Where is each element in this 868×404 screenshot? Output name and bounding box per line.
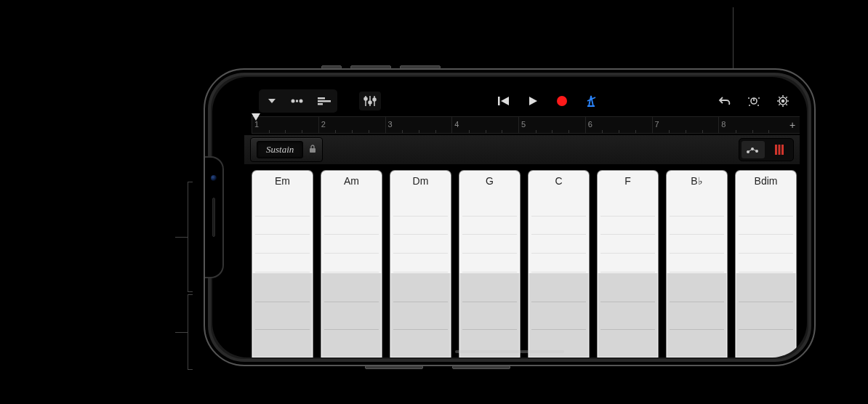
chord-label: Bdim xyxy=(736,175,796,187)
front-camera xyxy=(211,175,217,181)
svg-rect-37 xyxy=(775,145,777,155)
svg-line-27 xyxy=(779,97,779,97)
mixer-button[interactable] xyxy=(359,92,381,110)
chord-strip[interactable]: B♭ xyxy=(666,170,728,357)
svg-rect-31 xyxy=(310,148,316,153)
svg-line-28 xyxy=(786,104,787,105)
undo-button[interactable] xyxy=(714,92,736,110)
playhead-icon[interactable] xyxy=(252,113,260,121)
tracks-view-button[interactable] xyxy=(287,92,309,110)
earpiece-speaker xyxy=(212,198,215,237)
sustain-control[interactable]: Sustain xyxy=(250,137,323,162)
go-to-beginning-button[interactable] xyxy=(493,92,515,110)
instrument-control-strip: Sustain xyxy=(244,135,800,164)
play-button[interactable] xyxy=(522,92,544,110)
ruler-bar[interactable] xyxy=(652,117,719,133)
lock-icon xyxy=(309,145,316,155)
chord-strip[interactable]: Em xyxy=(252,170,313,357)
ruler-bar[interactable] xyxy=(718,117,785,133)
svg-point-22 xyxy=(782,100,784,102)
ruler-bar[interactable] xyxy=(585,117,652,133)
metronome-button[interactable] xyxy=(580,92,602,110)
chord-label: B♭ xyxy=(667,175,727,187)
browser-button[interactable] xyxy=(261,92,283,110)
svg-rect-1 xyxy=(296,100,298,102)
device-mute-switch xyxy=(321,65,342,69)
callout-bracket-upper xyxy=(188,182,192,292)
svg-point-13 xyxy=(557,96,567,106)
device-notch xyxy=(205,156,224,278)
chord-strips-area: EmAmDmGCFB♭Bdim xyxy=(252,166,797,357)
chord-strip[interactable]: G xyxy=(459,170,521,357)
svg-line-29 xyxy=(779,104,779,105)
chord-label: G xyxy=(459,175,520,187)
add-section-button[interactable]: + xyxy=(785,119,800,131)
control-bar xyxy=(212,89,807,113)
app-screen: + Sustain EmAmDmGCFB♭Bdim xyxy=(212,77,807,357)
view-group xyxy=(259,89,337,113)
record-button[interactable] xyxy=(551,92,573,110)
svg-point-19 xyxy=(749,105,750,106)
settings-button[interactable] xyxy=(772,92,794,110)
chord-label: F xyxy=(598,175,658,187)
ruler-bar[interactable] xyxy=(518,117,585,133)
svg-point-17 xyxy=(748,97,750,99)
ruler-bar[interactable] xyxy=(451,117,518,133)
svg-rect-39 xyxy=(781,145,784,155)
svg-point-7 xyxy=(364,97,367,100)
ruler-bar[interactable] xyxy=(385,117,452,133)
chord-strip[interactable]: Dm xyxy=(390,170,451,357)
svg-rect-4 xyxy=(318,100,331,102)
device-side-button-2 xyxy=(452,365,510,369)
regions-view-button[interactable] xyxy=(313,92,335,110)
chord-strip[interactable]: C xyxy=(528,170,590,357)
svg-point-9 xyxy=(369,101,371,104)
svg-line-35 xyxy=(748,149,752,152)
chord-strip[interactable]: Am xyxy=(321,170,382,357)
home-indicator[interactable] xyxy=(455,350,564,353)
ruler-bar[interactable] xyxy=(252,117,318,133)
timeline-ruler[interactable]: + xyxy=(252,116,800,134)
svg-point-11 xyxy=(373,98,376,101)
ruler-bar[interactable] xyxy=(318,117,385,133)
svg-rect-3 xyxy=(318,97,325,100)
chord-label: Em xyxy=(252,175,313,187)
device-frame: + Sustain EmAmDmGCFB♭Bdim xyxy=(204,68,816,366)
svg-point-18 xyxy=(758,97,760,99)
chord-strips-view-option[interactable] xyxy=(768,141,791,158)
svg-point-20 xyxy=(758,105,759,106)
navigation-button[interactable] xyxy=(743,92,765,110)
sustain-label: Sustain xyxy=(257,141,303,158)
svg-point-0 xyxy=(292,100,295,103)
svg-rect-5 xyxy=(318,103,323,105)
svg-line-30 xyxy=(786,97,787,97)
device-volume-down xyxy=(400,65,441,69)
svg-rect-38 xyxy=(779,145,781,155)
chord-label: C xyxy=(529,175,589,187)
svg-rect-12 xyxy=(498,97,500,105)
notes-view-option[interactable] xyxy=(742,141,765,158)
chord-label: Dm xyxy=(390,175,451,187)
callout-bracket-lower xyxy=(188,294,192,370)
device-side-button xyxy=(365,365,423,369)
chord-strip[interactable]: Bdim xyxy=(735,170,797,357)
chord-strip[interactable]: F xyxy=(597,170,659,357)
chord-label: Am xyxy=(321,175,382,187)
view-mode-toggle xyxy=(739,138,794,161)
svg-point-2 xyxy=(300,100,303,103)
device-volume-up xyxy=(350,65,391,69)
